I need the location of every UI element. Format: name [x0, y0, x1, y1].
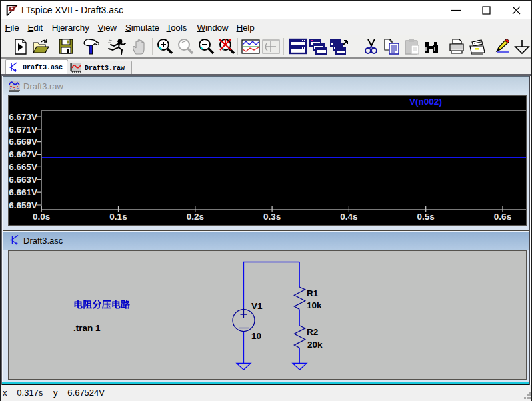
svg-text:0.3s: 0.3s [263, 212, 281, 222]
svg-text:0.1s: 0.1s [109, 212, 127, 222]
svg-text:6.661V: 6.661V [9, 187, 37, 197]
svg-text:6.669V: 6.669V [9, 137, 37, 147]
svg-text:R1: R1 [307, 288, 319, 298]
svg-text:10: 10 [251, 331, 261, 341]
svg-text:6.659V: 6.659V [9, 200, 37, 210]
svg-text:0.4s: 0.4s [340, 212, 357, 222]
svg-text:6.663V: 6.663V [9, 175, 37, 185]
svg-text:20k: 20k [307, 340, 323, 350]
svg-text:10k: 10k [307, 300, 322, 310]
svg-text:6.665V: 6.665V [9, 162, 37, 172]
svg-text:0.2s: 0.2s [187, 212, 204, 222]
svg-text:6.671V: 6.671V [9, 125, 37, 135]
svg-text:R2: R2 [307, 327, 318, 337]
svg-text:0.0s: 0.0s [33, 212, 50, 222]
svg-text:.tran 1: .tran 1 [73, 323, 101, 333]
svg-text:0.6s: 0.6s [494, 212, 511, 222]
svg-text:0.5s: 0.5s [417, 212, 435, 222]
svg-text:V1: V1 [251, 301, 263, 311]
svg-text:6.667V: 6.667V [9, 149, 37, 159]
svg-text:6.673V: 6.673V [9, 112, 37, 122]
svg-text:V(n002): V(n002) [409, 97, 442, 107]
